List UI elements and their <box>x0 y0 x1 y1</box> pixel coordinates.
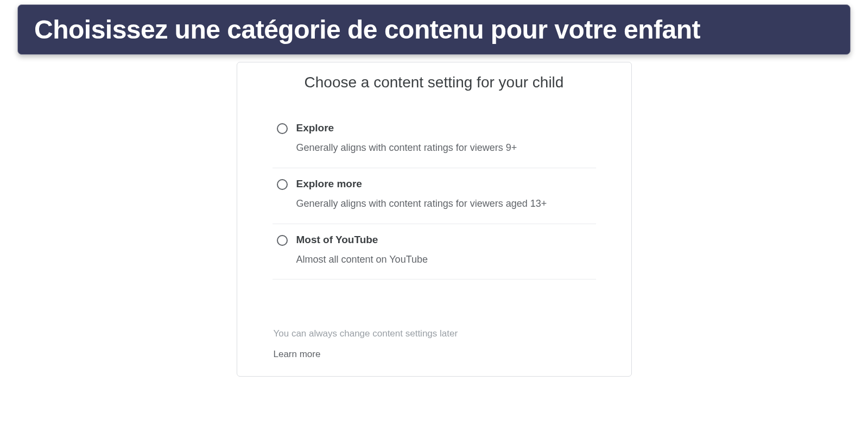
radio-icon[interactable] <box>277 123 288 134</box>
option-most-of-youtube[interactable]: Most of YouTube Almost all content on Yo… <box>273 224 596 280</box>
option-label: Explore more <box>296 178 596 190</box>
option-explore-more[interactable]: Explore more Generally aligns with conte… <box>273 168 596 224</box>
footer-text: You can always change content settings l… <box>274 328 596 339</box>
option-description: Generally aligns with content ratings fo… <box>296 196 596 212</box>
radio-icon[interactable] <box>277 179 288 190</box>
radio-icon[interactable] <box>277 235 288 246</box>
option-label: Most of YouTube <box>296 234 596 246</box>
option-body: Explore Generally aligns with content ra… <box>296 122 596 156</box>
option-description: Generally aligns with content ratings fo… <box>296 141 596 156</box>
banner-title: Choisissez une catégorie de contenu pour… <box>34 15 700 44</box>
card-title: Choose a content setting for your child <box>273 72 596 93</box>
footer-area: You can always change content settings l… <box>273 328 596 360</box>
option-description: Almost all content on YouTube <box>296 252 596 268</box>
option-body: Explore more Generally aligns with conte… <box>296 178 596 212</box>
option-label: Explore <box>296 122 596 134</box>
settings-card: Choose a content setting for your child … <box>237 62 632 377</box>
banner: Choisissez une catégorie de contenu pour… <box>17 4 851 55</box>
learn-more-link[interactable]: Learn more <box>274 349 596 360</box>
option-body: Most of YouTube Almost all content on Yo… <box>296 234 596 268</box>
option-explore[interactable]: Explore Generally aligns with content ra… <box>273 112 596 168</box>
